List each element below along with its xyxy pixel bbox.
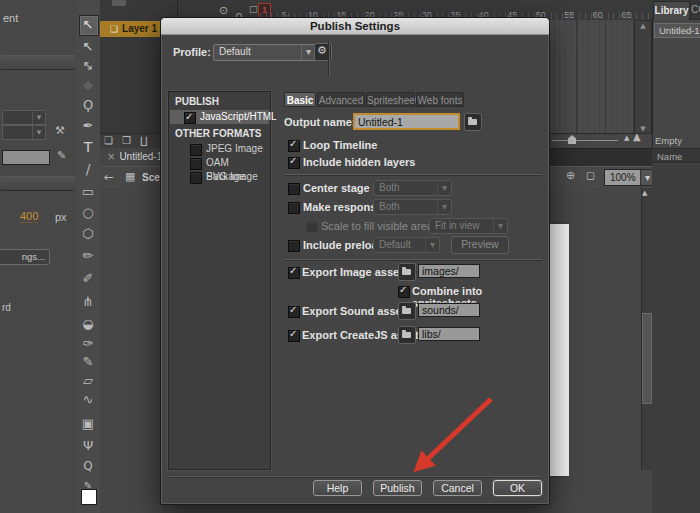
ok-button[interactable]: OK (493, 480, 542, 496)
delete-layer-trash-icon[interactable]: ∐ (140, 135, 148, 146)
oval-tool-icon[interactable]: ○ (76, 203, 100, 223)
brush-tool-icon[interactable]: ✐ (76, 269, 100, 289)
tab-cc-libraries-partial[interactable]: CC (691, 4, 700, 15)
new-folder-icon[interactable]: ❐ (122, 135, 131, 146)
ink-bottle-tool-icon[interactable]: ✑ (76, 334, 100, 354)
wrench-icon[interactable]: ⚒ (55, 124, 65, 137)
export-createjs-checkbox[interactable] (288, 330, 300, 342)
edit-pencil-icon[interactable]: ✎ (57, 149, 66, 162)
make-responsive-checkbox[interactable] (288, 202, 300, 214)
rectangle-tool-icon[interactable]: ▭ (76, 182, 100, 202)
help-button[interactable]: Help (313, 480, 362, 496)
hand-tool-icon[interactable]: Ψ (76, 436, 100, 456)
loop-timeline-checkbox[interactable] (288, 140, 300, 152)
publish-button[interactable]: Publish (373, 480, 422, 496)
frame-size-small-icon[interactable]: ▲ (624, 134, 629, 142)
profile-dropdown[interactable]: Default ▾ (213, 44, 316, 61)
center-stage-dropdown[interactable]: Both ▾ (373, 180, 452, 196)
stage-zoom-dropdown[interactable]: 100% ▾ (604, 169, 655, 186)
document-label-partial: ent (3, 12, 18, 24)
image-assets-browse-button[interactable] (398, 263, 416, 281)
preview-button[interactable]: Preview (451, 236, 509, 254)
export-image-checkbox[interactable] (288, 267, 300, 279)
cancel-button[interactable]: Cancel (433, 480, 482, 496)
image-path-input[interactable] (418, 264, 480, 278)
timeline-frames-grid[interactable] (548, 20, 634, 133)
stage-canvas[interactable] (550, 224, 569, 476)
outline-layers-icon[interactable]: □ (249, 4, 258, 14)
show-hide-layers-eye-icon[interactable]: ⊙ (219, 4, 228, 17)
pen-tool-icon[interactable]: ✒ (76, 116, 100, 136)
lasso-tool-icon[interactable]: Ϙ (76, 95, 100, 115)
paint-bucket-tool-icon[interactable]: ◒ (76, 314, 100, 334)
eraser-tool-icon[interactable]: ▱ (76, 371, 100, 391)
createjs-assets-browse-button[interactable] (398, 326, 416, 344)
selection-tool-icon[interactable]: ↖ (76, 15, 100, 35)
format-javascript-html[interactable]: JavaScript/HTML (170, 110, 269, 124)
center-stage-checkbox[interactable] (288, 183, 300, 195)
library-document-dropdown[interactable]: Untitled-1 (654, 23, 700, 38)
sound-assets-browse-button[interactable] (398, 302, 416, 320)
combine-spritesheets-checkbox[interactable] (398, 286, 410, 298)
close-tab-icon[interactable]: × (107, 151, 115, 162)
chevron-down-icon: ▾ (425, 238, 439, 252)
properties-section-bar[interactable] (0, 55, 75, 70)
back-arrow-icon[interactable]: ← (104, 170, 114, 184)
pencil-tool-icon[interactable]: ✏ (76, 246, 100, 266)
tab-spritesheet[interactable]: Spritesheet (366, 92, 415, 107)
scale-fill-dropdown[interactable]: Fit in view ▾ (429, 218, 508, 234)
publish-settings-button-partial[interactable]: ngs... (0, 249, 50, 265)
frame-size-large-icon[interactable]: ▲ (633, 131, 641, 142)
properties-section-bar-2[interactable] (0, 176, 75, 191)
zoom-tool-icon[interactable]: Q (76, 456, 100, 476)
properties-text-field[interactable] (2, 150, 50, 165)
scroll-up-icon[interactable]: ▲ (635, 22, 651, 30)
sound-path-input[interactable] (418, 303, 480, 317)
include-preloader-checkbox[interactable] (288, 240, 300, 252)
svg-checkbox[interactable] (190, 172, 202, 184)
center-stage-crosshair-icon[interactable]: ⊕ (566, 169, 575, 182)
stage-scrollbar-thumb[interactable] (642, 313, 652, 404)
output-name-label: Output name: (284, 116, 356, 128)
bone-tool-icon[interactable]: ⋔ (76, 292, 100, 312)
export-sound-checkbox[interactable] (288, 306, 300, 318)
scroll-up-icon[interactable]: ▲ (642, 189, 647, 197)
oam-checkbox[interactable] (190, 158, 202, 170)
line-tool-icon[interactable]: / (76, 159, 100, 179)
new-layer-icon[interactable]: ❏ (104, 135, 113, 146)
tab-library[interactable]: Library (653, 1, 690, 20)
gradient-transform-tool-icon[interactable]: ◆ (76, 75, 100, 95)
preloader-dropdown[interactable]: Default ▾ (373, 237, 440, 253)
output-browse-button[interactable] (464, 113, 482, 131)
library-item-list[interactable] (652, 164, 700, 513)
dialog-title[interactable]: Publish Settings (161, 18, 549, 35)
width-tool-icon[interactable]: ∿ (76, 390, 100, 410)
tab-web-fonts[interactable]: Web fonts (416, 92, 464, 107)
createjs-path-input[interactable] (418, 327, 480, 341)
scale-fill-checkbox[interactable] (306, 221, 318, 233)
tab-advanced[interactable]: Advanced (317, 92, 365, 107)
tab-basic[interactable]: Basic (284, 92, 316, 107)
make-responsive-dropdown[interactable]: Both ▾ (373, 199, 452, 215)
timeline-vertical-scrollbar[interactable]: ▲ ▼ (634, 20, 652, 135)
format-oam[interactable]: OAM Package (170, 156, 269, 170)
properties-dropdown-1[interactable]: ▾ (2, 110, 46, 125)
format-jpeg[interactable]: JPEG Image (170, 142, 269, 156)
properties-dropdown-2[interactable]: ▾ (2, 125, 46, 140)
include-hidden-layers-checkbox[interactable] (288, 157, 300, 169)
clip-content-box-icon[interactable]: ◻ (586, 169, 595, 182)
stage-width-value[interactable]: 400 (20, 210, 38, 223)
layer-name: Layer 1 (122, 23, 157, 34)
javascript-html-checkbox[interactable] (184, 112, 196, 124)
jpeg-checkbox[interactable] (190, 144, 202, 156)
timeline-zoom-slider-track[interactable] (552, 140, 618, 141)
eyedropper-tool-icon[interactable]: ✎ (76, 352, 100, 372)
profile-options-button[interactable]: ⚙ (314, 43, 332, 61)
text-tool-icon[interactable]: T (76, 137, 100, 157)
polystar-tool-icon[interactable]: ⬡ (76, 224, 100, 244)
library-name-column-header[interactable]: Name (652, 148, 700, 163)
camera-tool-icon[interactable]: ▣ (76, 414, 100, 434)
format-svg[interactable]: SVG Image (170, 170, 269, 184)
fill-color-swatch[interactable] (81, 489, 97, 505)
output-name-input[interactable] (353, 113, 460, 130)
